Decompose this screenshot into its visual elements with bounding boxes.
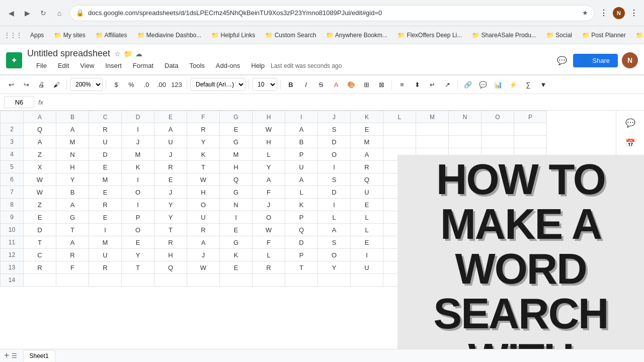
cell-H10[interactable]: W (253, 224, 285, 236)
col-header-a[interactable]: A (24, 111, 56, 123)
currency-button[interactable]: $ (109, 77, 123, 92)
bookmark-shareasale[interactable]: 📁 ShareASale Produ... (468, 30, 540, 41)
col-header-p[interactable]: P (514, 111, 547, 123)
cell-A10[interactable]: D (24, 224, 56, 236)
menu-tools[interactable]: Tools (184, 60, 209, 71)
cell-L5[interactable] (383, 161, 416, 173)
menu-file[interactable]: File (31, 60, 52, 71)
cell-L7[interactable] (383, 186, 416, 199)
link-button[interactable]: 🔗 (461, 77, 475, 92)
col-header-k[interactable]: K (351, 111, 383, 123)
cell-A8[interactable]: Z (24, 199, 56, 211)
folder-icon[interactable]: 📁 (124, 50, 132, 58)
menu-data[interactable]: Data (159, 60, 183, 71)
cell-H13[interactable]: R (253, 261, 285, 274)
row-header-14[interactable]: 14 (1, 274, 24, 287)
cell-E4[interactable]: J (154, 148, 187, 161)
cell-J8[interactable]: I (318, 199, 351, 211)
cell-B14[interactable] (56, 274, 89, 287)
cell-L2[interactable] (383, 123, 416, 136)
bookmark-post-planner[interactable]: 📁 Post Planner (578, 30, 630, 41)
cell-L3[interactable] (383, 136, 416, 148)
cell-P7[interactable] (514, 186, 547, 199)
align-button[interactable]: ≡ (395, 77, 409, 92)
decimal-increase-button[interactable]: .00 (154, 77, 169, 92)
bookmark-custom-search[interactable]: 📁 Custom Search (261, 30, 320, 41)
cell-J12[interactable]: O (318, 249, 351, 261)
print-button[interactable]: 🖨 (34, 77, 48, 92)
cell-G6[interactable]: Q (220, 173, 253, 186)
cell-H5[interactable]: Y (253, 161, 285, 173)
col-header-m[interactable]: M (416, 111, 449, 123)
cell-K6[interactable]: Q (351, 173, 383, 186)
cell-K13[interactable]: U (351, 261, 383, 274)
cell-M8[interactable] (416, 199, 449, 211)
menu-edit[interactable]: Edit (53, 60, 74, 71)
cell-M13[interactable] (416, 261, 449, 274)
cell-B6[interactable]: Y (56, 173, 89, 186)
cell-I14[interactable] (285, 274, 318, 287)
wrap-button[interactable]: ↵ (425, 77, 439, 92)
cell-E2[interactable]: A (154, 123, 187, 136)
cell-O8[interactable] (481, 199, 514, 211)
cell-D5[interactable]: K (122, 161, 154, 173)
cell-K4[interactable]: A (351, 148, 383, 161)
cell-L9[interactable] (383, 211, 416, 224)
cell-C12[interactable]: U (89, 249, 122, 261)
percent-button[interactable]: % (124, 77, 138, 92)
cell-C11[interactable]: M (89, 236, 122, 249)
rotate-button[interactable]: ↗ (440, 77, 454, 92)
cell-H11[interactable]: F (253, 236, 285, 249)
cell-D3[interactable]: J (122, 136, 154, 148)
cell-L8[interactable] (383, 199, 416, 211)
cell-C7[interactable]: E (89, 186, 122, 199)
cell-I3[interactable]: B (285, 136, 318, 148)
row-header-2[interactable]: 2 (1, 123, 24, 136)
function-button[interactable]: ∑ (521, 77, 535, 92)
comments-btn[interactable]: 💬 (555, 53, 569, 67)
cell-C9[interactable]: E (89, 211, 122, 224)
side-panel-calendar-icon[interactable]: 📅 (622, 135, 638, 151)
cell-A3[interactable]: A (24, 136, 56, 148)
decimal-decrease-button[interactable]: .0 (139, 77, 153, 92)
col-header-j[interactable]: J (318, 111, 351, 123)
cell-D2[interactable]: I (122, 123, 154, 136)
cell-C13[interactable]: R (89, 261, 122, 274)
cell-N7[interactable] (449, 186, 481, 199)
cell-E5[interactable]: R (154, 161, 187, 173)
side-panel-tasks-icon[interactable]: ✓ (622, 155, 638, 171)
cell-C6[interactable]: M (89, 173, 122, 186)
cell-B10[interactable]: T (56, 224, 89, 236)
cell-J14[interactable] (318, 274, 351, 287)
share-button[interactable]: 👤 Share (573, 54, 618, 67)
cell-I10[interactable]: Q (285, 224, 318, 236)
bold-button[interactable]: B (284, 77, 298, 92)
row-header-12[interactable]: 12 (1, 249, 24, 261)
cell-K12[interactable]: I (351, 249, 383, 261)
cell-H6[interactable]: A (253, 173, 285, 186)
cell-G13[interactable]: E (220, 261, 253, 274)
text-color-button[interactable]: A (329, 77, 343, 92)
cell-I5[interactable]: U (285, 161, 318, 173)
col-header-l[interactable]: L (383, 111, 416, 123)
cell-H9[interactable]: O (253, 211, 285, 224)
col-header-f[interactable]: F (187, 111, 220, 123)
cell-J7[interactable]: D (318, 186, 351, 199)
cell-D7[interactable]: O (122, 186, 154, 199)
cell-B3[interactable]: M (56, 136, 89, 148)
cell-D8[interactable]: I (122, 199, 154, 211)
cell-F13[interactable]: W (187, 261, 220, 274)
paint-format-button[interactable]: 🖌 (49, 77, 63, 92)
cell-H3[interactable]: H (253, 136, 285, 148)
cell-E3[interactable]: U (154, 136, 187, 148)
bookmark-helpful-links[interactable]: 📁 Helpful Links (207, 30, 259, 41)
cell-E8[interactable]: Y (154, 199, 187, 211)
cell-B4[interactable]: N (56, 148, 89, 161)
cell-P3[interactable] (514, 136, 547, 148)
cell-A11[interactable]: T (24, 236, 56, 249)
cell-N11[interactable] (449, 236, 481, 249)
profile-icon[interactable]: N (613, 7, 625, 19)
cell-O9[interactable] (481, 211, 514, 224)
cell-O12[interactable] (481, 249, 514, 261)
italic-button[interactable]: I (299, 77, 313, 92)
